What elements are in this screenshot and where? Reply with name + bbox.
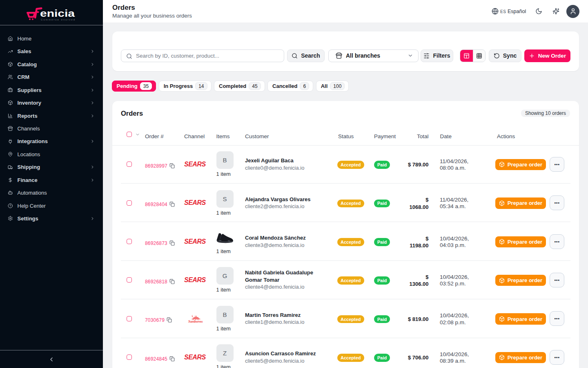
- svg-text:Sanborns: Sanborns: [188, 319, 203, 323]
- svg-text:Commerce evolved: Commerce evolved: [41, 18, 75, 21]
- svg-text:enicia: enicia: [40, 8, 75, 19]
